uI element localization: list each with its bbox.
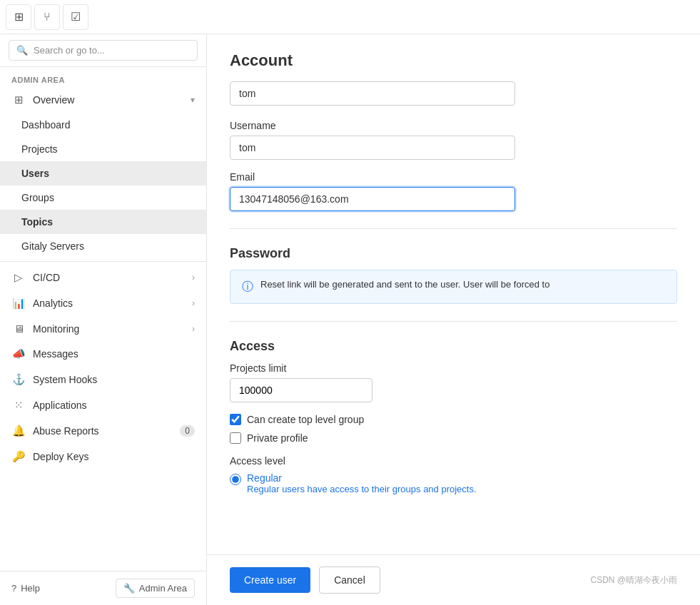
- sidebar-item-label: Analytics: [33, 298, 73, 309]
- projects-limit-group: Projects limit: [230, 362, 677, 402]
- chevron-right-icon: ›: [192, 273, 195, 283]
- create-user-button[interactable]: Create user: [230, 567, 310, 593]
- cancel-button[interactable]: Cancel: [319, 566, 380, 594]
- chevron-right-icon: ›: [192, 324, 195, 334]
- sidebar-item-label: Topics: [21, 216, 53, 228]
- help-label: Help: [21, 583, 40, 594]
- sidebar-item-gitaly[interactable]: Gitaly Servers: [0, 234, 206, 258]
- watermark: CSDN @晴湖今夜小雨: [590, 574, 677, 586]
- sidebar-item-abuse-reports[interactable]: 🔔 Abuse Reports 0: [0, 418, 206, 444]
- sidebar-item-messages[interactable]: 📣 Messages: [0, 341, 206, 367]
- email-label: Email: [230, 171, 677, 183]
- top-bar-icons: ⊞ ⑂ ☑: [6, 4, 88, 30]
- sidebar-item-cicd[interactable]: ▷ CI/CD ›: [0, 265, 206, 290]
- main-content: Account tom Username Email Password ⓘ Re…: [207, 34, 700, 554]
- password-info-box: ⓘ Reset link will be generated and sent …: [230, 270, 677, 304]
- sidebar-item-projects[interactable]: Projects: [0, 137, 206, 161]
- radio-group: Regular Regular users have access to the…: [230, 472, 677, 494]
- sidebar-item-applications[interactable]: ⁙ Applications: [0, 392, 206, 418]
- search-input[interactable]: 🔍 Search or go to...: [9, 40, 198, 61]
- username-group: Username: [230, 120, 677, 160]
- radio-regular-input[interactable]: [230, 474, 241, 485]
- sidebar-item-label: System Hooks: [33, 374, 97, 385]
- admin-area-btn-label: Admin Area: [139, 583, 187, 594]
- divider-1: [230, 228, 677, 229]
- private-profile-checkbox[interactable]: [230, 432, 241, 444]
- email-input[interactable]: [230, 187, 515, 211]
- account-section-title: Account: [230, 51, 677, 70]
- top-bar: ⊞ ⑂ ☑: [0, 0, 700, 34]
- access-level-group: Access level Regular Regular users have …: [230, 455, 677, 494]
- search-placeholder: Search or go to...: [34, 45, 105, 56]
- can-create-top-level-group-label: Can create top level group: [247, 414, 364, 425]
- sidebar-item-deploy-keys[interactable]: 🔑 Deploy Keys: [0, 444, 206, 469]
- system-hooks-icon: ⚓: [11, 373, 26, 386]
- private-profile-label: Private profile: [247, 432, 308, 444]
- overview-icon: ⊞: [11, 93, 26, 106]
- radio-regular-label: Regular: [247, 472, 477, 484]
- sidebar-item-label: Users: [21, 168, 49, 179]
- sidebar-item-groups[interactable]: Groups: [0, 185, 206, 210]
- sidebar: 🔍 Search or go to... Admin Area ⊞ Overvi…: [0, 34, 207, 605]
- sidebar-item-label: Messages: [33, 348, 78, 360]
- chevron-right-icon: ›: [192, 298, 195, 308]
- sidebar-item-label: Overview: [33, 94, 74, 106]
- abuse-reports-icon: 🔔: [11, 424, 26, 437]
- help-icon: ?: [11, 583, 16, 594]
- sidebar-item-users[interactable]: Users: [0, 161, 206, 185]
- access-section-title: Access: [230, 339, 677, 354]
- password-section-title: Password: [230, 246, 677, 261]
- monitoring-icon: 🖥: [11, 322, 26, 335]
- admin-area-label: Admin Area: [0, 67, 206, 87]
- info-icon: ⓘ: [242, 280, 253, 295]
- sidebar-item-dashboard[interactable]: Dashboard: [0, 113, 206, 137]
- sidebar-item-label: Dashboard: [21, 119, 71, 131]
- merge-icon[interactable]: ⑂: [34, 4, 60, 30]
- private-profile-row[interactable]: Private profile: [230, 432, 677, 444]
- sidebar-item-analytics[interactable]: 📊 Analytics ›: [0, 290, 206, 316]
- messages-icon: 📣: [11, 347, 26, 360]
- sidebar-scroll: Admin Area ⊞ Overview ▾ Dashboard Projec…: [0, 67, 206, 571]
- sidebar-item-topics[interactable]: Topics: [0, 210, 206, 234]
- projects-limit-label: Projects limit: [230, 362, 677, 374]
- username-label: Username: [230, 120, 677, 131]
- sidebar-item-label: Applications: [33, 400, 87, 411]
- radio-regular-row[interactable]: Regular Regular users have access to the…: [230, 472, 677, 494]
- bottom-bar: Create user Cancel CSDN @晴湖今夜小雨: [207, 554, 700, 605]
- password-info-text: Reset link will be generated and sent to…: [260, 279, 549, 290]
- projects-limit-input[interactable]: [230, 378, 372, 402]
- sidebar-item-label: Deploy Keys: [33, 451, 89, 462]
- todo-icon[interactable]: ☑: [63, 4, 88, 30]
- sidebar-divider: [0, 261, 206, 262]
- sidebar-search-area: 🔍 Search or go to...: [0, 34, 206, 67]
- chevron-down-icon: ▾: [191, 95, 195, 105]
- sidebar-footer: ? Help 🔧 Admin Area: [0, 571, 206, 605]
- sidebar-item-label: Groups: [21, 192, 54, 203]
- divider-2: [230, 321, 677, 322]
- sidebar-item-label: Projects: [21, 143, 58, 155]
- access-level-label: Access level: [230, 455, 677, 467]
- admin-area-button[interactable]: 🔧 Admin Area: [116, 579, 195, 598]
- main-layout: 🔍 Search or go to... Admin Area ⊞ Overvi…: [0, 34, 700, 605]
- radio-regular-content: Regular Regular users have access to the…: [247, 472, 477, 494]
- sidebar-item-monitoring[interactable]: 🖥 Monitoring ›: [0, 316, 206, 341]
- search-icon: 🔍: [16, 45, 28, 56]
- sidebar-item-overview[interactable]: ⊞ Overview ▾: [0, 87, 206, 113]
- analytics-icon: 📊: [11, 297, 26, 310]
- email-group: Email: [230, 171, 677, 211]
- username-input[interactable]: [230, 136, 515, 160]
- abuse-reports-badge: 0: [180, 425, 195, 437]
- cicd-icon: ▷: [11, 271, 26, 284]
- admin-area-icon: 🔧: [123, 583, 135, 594]
- sidebar-item-label: Gitaly Servers: [21, 240, 84, 252]
- sidebar-item-label: CI/CD: [33, 272, 60, 283]
- can-create-top-level-group-checkbox[interactable]: [230, 414, 241, 425]
- deploy-keys-icon: 🔑: [11, 450, 26, 463]
- radio-regular-desc: Regular users have access to their group…: [247, 484, 477, 494]
- sidebar-item-label: Abuse Reports: [33, 425, 99, 437]
- board-icon[interactable]: ⊞: [6, 4, 31, 30]
- sidebar-item-label: Monitoring: [33, 323, 79, 335]
- help-button[interactable]: ? Help: [11, 583, 40, 594]
- can-create-top-level-group-row[interactable]: Can create top level group: [230, 414, 677, 425]
- sidebar-item-system-hooks[interactable]: ⚓ System Hooks: [0, 367, 206, 392]
